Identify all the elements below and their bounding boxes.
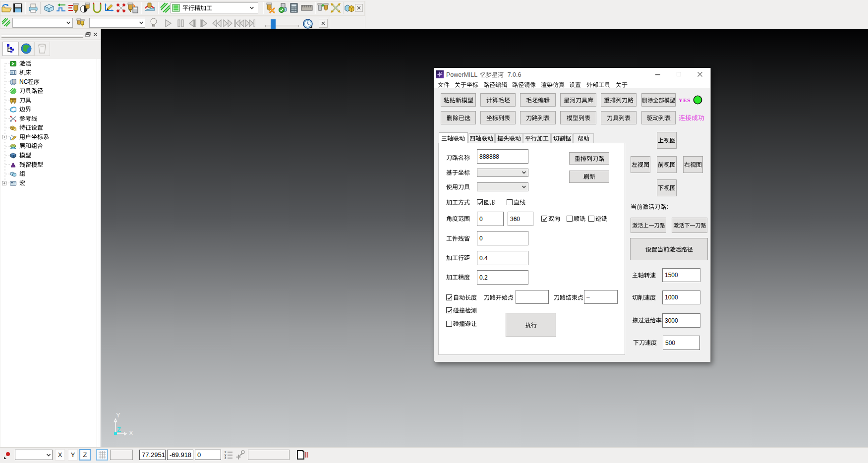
svg-text:Z: Z	[117, 426, 121, 433]
svg-text:X: X	[129, 429, 133, 437]
svg-text:z: z	[225, 456, 226, 460]
svg-text:Y: Y	[116, 411, 120, 419]
